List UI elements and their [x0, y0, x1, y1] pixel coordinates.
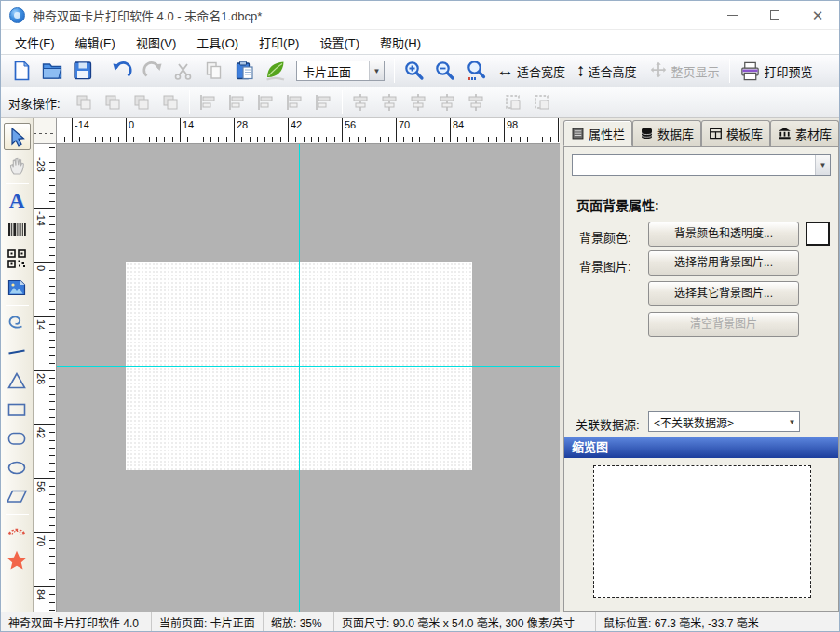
line-tool-button[interactable]: [4, 338, 31, 365]
right-panel: 属性栏 数据库 模板库: [563, 120, 839, 612]
toolbar-separator: [102, 59, 102, 83]
zoom-actual-size-button[interactable]: [460, 57, 491, 85]
qrcode-tool-button[interactable]: [4, 245, 31, 272]
new-file-button[interactable]: [6, 57, 36, 85]
ruler-tick: [218, 137, 219, 142]
tab-materials-label: 素材库: [795, 125, 832, 142]
stamp-tool-button[interactable]: [4, 518, 31, 545]
menu-tools[interactable]: 工具(O): [186, 30, 249, 55]
page-selector-combobox[interactable]: 卡片正面 ▼: [296, 61, 385, 81]
ruler-tick: [511, 137, 512, 142]
menu-edit[interactable]: 编辑(E): [65, 30, 126, 55]
object-op-button: [128, 89, 156, 115]
menu-help[interactable]: 帮助(H): [370, 30, 431, 55]
ruler-tick: [49, 525, 55, 526]
status-current-page: 当前页面: 卡片正面: [152, 612, 264, 631]
ruler-tick: [434, 137, 435, 142]
fit-width-button[interactable]: ↔ 适合宽度: [491, 57, 571, 85]
ruler-tick: [49, 502, 55, 503]
ruler-tick: [49, 509, 55, 510]
fit-height-button[interactable]: ↕ 适合高度: [571, 57, 643, 85]
bg-image-other-button[interactable]: 选择其它背景图片...: [648, 281, 799, 306]
thumbnail-preview: [593, 465, 811, 598]
bg-color-swatch[interactable]: [806, 222, 830, 246]
text-tool-button[interactable]: A: [4, 187, 31, 214]
chevron-down-icon[interactable]: ▼: [815, 155, 830, 175]
rounded-rectangle-icon: [7, 428, 27, 449]
save-button[interactable]: [67, 57, 98, 85]
ruler-tick: [457, 137, 458, 142]
ruler-tick: [450, 118, 451, 142]
select-tool-button[interactable]: [4, 123, 31, 150]
zoom-out-button[interactable]: [429, 57, 460, 85]
pan-tool-button: [4, 152, 31, 179]
ruler-tick: [558, 118, 559, 142]
ruler-tick: [210, 137, 211, 142]
tab-materials[interactable]: 素材库: [770, 120, 839, 146]
datasource-combobox[interactable]: <不关联数据源> ▼: [648, 411, 800, 432]
paste-button[interactable]: [229, 57, 260, 85]
ruler-tick: [34, 370, 55, 371]
ruler-tick: [49, 594, 55, 595]
object-selector-combobox[interactable]: ▼: [572, 154, 831, 176]
tab-templates[interactable]: 模板库: [701, 120, 770, 146]
tab-database[interactable]: 数据库: [632, 120, 701, 146]
menu-settings[interactable]: 设置(T): [309, 30, 370, 55]
rectangle-tool-button[interactable]: [4, 396, 31, 423]
ruler-tick: [49, 232, 55, 233]
app-icon: [9, 7, 25, 23]
ruler-tick: [49, 340, 55, 341]
menu-view[interactable]: 视图(V): [126, 30, 186, 55]
curve-tool-button[interactable]: [4, 309, 31, 336]
bg-image-common-button[interactable]: 选择常用背景图片...: [648, 250, 799, 276]
open-file-button[interactable]: [36, 57, 67, 85]
bg-color-button[interactable]: 背景颜色和透明度...: [648, 222, 799, 247]
ruler-tick: [49, 355, 55, 356]
ruler-tick: [34, 478, 55, 479]
status-page-size: 页面尺寸: 90.0 毫米 x 54.0 毫米, 300 像素/英寸: [334, 612, 596, 631]
ruler-tick: [234, 118, 235, 142]
zoom-in-icon: [403, 60, 426, 82]
menu-print[interactable]: 打印(P): [249, 30, 309, 55]
status-app-name: 神奇双面卡片打印软件 4.0: [1, 612, 152, 631]
minimize-button[interactable]: [711, 1, 753, 29]
ruler-label: 14: [35, 319, 47, 330]
chevron-down-icon[interactable]: ▼: [785, 418, 799, 426]
palette-separator: [6, 183, 29, 184]
tool-palette: A: [1, 118, 34, 613]
undo-button[interactable]: [106, 57, 137, 85]
ruler-tick: [49, 571, 55, 571]
horizontal-ruler: -14014284256708498112: [57, 118, 560, 144]
object-op-button: [375, 89, 404, 115]
tab-properties[interactable]: 属性栏: [563, 120, 632, 146]
maximize-button[interactable]: [753, 1, 796, 29]
datasource-value: <不关联数据源>: [649, 414, 785, 430]
star-tool-button[interactable]: [4, 546, 31, 573]
image-tool-button[interactable]: [4, 274, 31, 301]
triangle-tool-button[interactable]: [4, 367, 31, 394]
hand-icon: [7, 155, 27, 176]
zoom-in-button[interactable]: [399, 57, 429, 85]
rounded-rectangle-tool-button[interactable]: [4, 424, 31, 451]
bank-icon: [778, 127, 792, 141]
ruler-tick: [264, 137, 265, 142]
barcode-tool-button[interactable]: [4, 216, 31, 243]
ruler-tick: [88, 137, 88, 142]
zoom-out-icon: [434, 60, 456, 82]
ruler-tick: [257, 137, 258, 142]
fit-height-arrow-icon: ↕: [576, 61, 586, 81]
ruler-tick: [49, 471, 55, 472]
ruler-tick: [373, 137, 373, 142]
menu-file[interactable]: 文件(F): [5, 30, 65, 55]
properties-icon: [571, 127, 585, 141]
ellipse-tool-button[interactable]: [4, 453, 31, 480]
ruler-tick: [49, 347, 55, 348]
print-preview-button[interactable]: 打印预览: [734, 57, 819, 85]
ruler-tick: [49, 170, 55, 171]
parallelogram-tool-button[interactable]: [4, 482, 31, 509]
ruler-label: 98: [507, 119, 518, 130]
close-button[interactable]: ✕: [796, 1, 839, 29]
ruler-tick: [49, 517, 55, 518]
design-canvas[interactable]: [57, 144, 560, 613]
chevron-down-icon[interactable]: ▼: [369, 61, 384, 80]
